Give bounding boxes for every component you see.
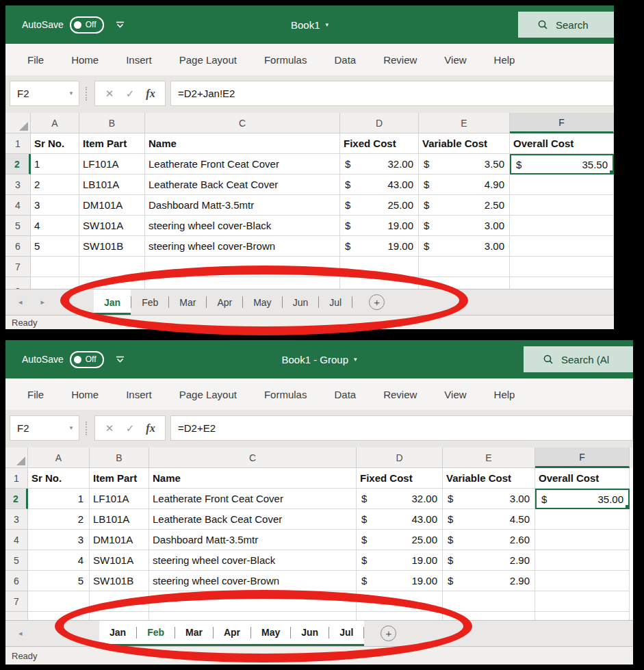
- cell-b1[interactable]: Item Part: [90, 468, 149, 489]
- ribbon-display-options-icon[interactable]: [115, 356, 125, 363]
- ribbon-tab-page-layout[interactable]: Page Layout: [166, 44, 250, 75]
- name-box[interactable]: F2 ▼: [10, 415, 79, 441]
- tab-scroll-left-icon[interactable]: ◂: [18, 629, 23, 638]
- select-all-button[interactable]: [5, 448, 28, 468]
- cell-d6[interactable]: $19.00: [340, 236, 419, 257]
- cell-c3[interactable]: Leatherate Back Ceat Cover: [145, 175, 340, 195]
- ribbon-tab-home[interactable]: Home: [57, 378, 112, 410]
- cell-f4[interactable]: [510, 195, 614, 216]
- cell-a4[interactable]: 3: [31, 195, 79, 216]
- cell-c7[interactable]: [145, 257, 340, 277]
- sheet-tab-jun[interactable]: Jun: [283, 289, 319, 315]
- workbook-title[interactable]: Book1 - Group ▾: [281, 354, 357, 365]
- ribbon-tab-formulas[interactable]: Formulas: [250, 44, 321, 75]
- column-header-c[interactable]: C: [149, 448, 357, 468]
- cancel-icon[interactable]: ✕: [99, 422, 120, 435]
- cell-e6[interactable]: $2.90: [443, 571, 535, 591]
- cell-c4[interactable]: Dashboard Matt-3.5mtr: [149, 530, 357, 550]
- row-header-1[interactable]: 1: [5, 468, 28, 489]
- cell-a6[interactable]: 5: [28, 571, 90, 591]
- cell-b7[interactable]: [90, 591, 149, 612]
- name-box[interactable]: F2 ▼: [10, 81, 79, 106]
- cell-a1[interactable]: Sr No.: [31, 133, 79, 154]
- workbook-title[interactable]: Book1 ▾: [291, 19, 329, 31]
- tab-scroll-right-icon[interactable]: ▸: [41, 298, 45, 307]
- fill-handle[interactable]: [625, 504, 629, 508]
- cell-b2[interactable]: LF101A: [90, 489, 149, 509]
- column-header-e[interactable]: E: [419, 113, 510, 133]
- cell-b4[interactable]: DM101A: [79, 195, 145, 216]
- search-box[interactable]: Search (Al: [524, 346, 633, 372]
- cell-e6[interactable]: $3.00: [419, 236, 510, 257]
- ribbon-tab-insert[interactable]: Insert: [112, 44, 166, 75]
- cell-c6[interactable]: steering wheel cover-Brown: [149, 571, 357, 591]
- cell-b3[interactable]: LB101A: [90, 509, 149, 530]
- sheet-tab-apr[interactable]: Apr: [214, 621, 250, 644]
- row-header-clipped[interactable]: 8: [5, 277, 31, 289]
- cell-f3[interactable]: [535, 509, 630, 530]
- sheet-tab-apr[interactable]: Apr: [207, 289, 242, 315]
- fill-handle[interactable]: [609, 170, 613, 174]
- cell-c3[interactable]: Leatherate Back Ceat Cover: [149, 509, 357, 530]
- cell-d5[interactable]: $19.00: [357, 550, 443, 571]
- sheet-tab-jul[interactable]: Jul: [329, 621, 363, 644]
- column-header-d[interactable]: D: [357, 448, 443, 468]
- cell-d2[interactable]: $32.00: [357, 489, 443, 509]
- cell-d5[interactable]: $19.00: [340, 216, 419, 236]
- ribbon-tab-file[interactable]: File: [14, 378, 57, 410]
- row-header-clipped[interactable]: 8: [5, 612, 28, 620]
- sheet-tab-jun[interactable]: Jun: [291, 621, 329, 644]
- cell-e1[interactable]: Variable Cost: [443, 468, 535, 489]
- cell-d1[interactable]: Fixed Cost: [357, 468, 443, 489]
- cell-e2[interactable]: $3.50: [419, 154, 510, 175]
- sheet-tab-jan[interactable]: Jan: [99, 621, 136, 644]
- cell-b5[interactable]: SW101A: [90, 550, 149, 571]
- ribbon-tab-help[interactable]: Help: [480, 378, 529, 410]
- cell-e2[interactable]: $3.00: [443, 489, 535, 509]
- column-header-b[interactable]: B: [90, 448, 149, 468]
- ribbon-tab-home[interactable]: Home: [57, 44, 112, 75]
- column-header-e[interactable]: E: [443, 448, 535, 468]
- column-header-b[interactable]: B: [79, 113, 145, 133]
- ribbon-tab-help[interactable]: Help: [480, 44, 529, 75]
- row-header-5[interactable]: 5: [5, 550, 28, 571]
- cancel-icon[interactable]: ✕: [99, 88, 120, 100]
- insert-function-icon[interactable]: fx: [140, 422, 161, 435]
- autosave-toggle[interactable]: AutoSave Off: [22, 16, 104, 34]
- cell-f2[interactable]: $35.50: [510, 154, 614, 175]
- cell-b3[interactable]: LB101A: [79, 175, 145, 195]
- cell-c7[interactable]: [149, 591, 357, 612]
- cell-a5[interactable]: 4: [31, 216, 79, 236]
- cell-a7[interactable]: [31, 257, 79, 277]
- row-header-4[interactable]: 4: [5, 530, 28, 550]
- cell-e5[interactable]: $3.00: [419, 216, 510, 236]
- cell-e4[interactable]: $2.50: [419, 195, 510, 216]
- cell-a3[interactable]: 2: [31, 175, 79, 195]
- enter-icon[interactable]: ✓: [120, 422, 140, 435]
- column-header-a[interactable]: A: [28, 448, 90, 468]
- enter-icon[interactable]: ✓: [120, 88, 140, 100]
- search-box[interactable]: Search: [518, 12, 614, 38]
- cell-a2[interactable]: 1: [31, 154, 79, 175]
- cell-c5[interactable]: steering wheel cover-Black: [149, 550, 357, 571]
- cell-b6[interactable]: SW101B: [79, 236, 145, 257]
- cell-d3[interactable]: $43.00: [340, 175, 419, 195]
- row-header-2[interactable]: 2: [5, 489, 28, 509]
- cell-e1[interactable]: Variable Cost: [419, 133, 510, 154]
- ribbon-tab-view[interactable]: View: [430, 378, 480, 410]
- formula-input[interactable]: =D2+E2: [170, 415, 633, 441]
- ribbon-tab-review[interactable]: Review: [370, 44, 430, 75]
- cell-c1[interactable]: Name: [149, 468, 357, 489]
- cell-e5[interactable]: $2.90: [443, 550, 535, 571]
- cell-a1[interactable]: Sr No.: [28, 468, 90, 489]
- cell-d1[interactable]: Fixed Cost: [340, 133, 419, 154]
- cell-f7[interactable]: [510, 257, 614, 277]
- cell-c6[interactable]: steering wheel cover-Brown: [145, 236, 340, 257]
- column-header-f[interactable]: F: [510, 113, 614, 133]
- cell-e4[interactable]: $2.60: [443, 530, 535, 550]
- cell-a5[interactable]: 4: [28, 550, 90, 571]
- cell-f7[interactable]: [535, 591, 630, 612]
- cell-a2[interactable]: 1: [28, 489, 90, 509]
- row-header-3[interactable]: 3: [5, 175, 31, 195]
- cell-d4[interactable]: $25.00: [340, 195, 419, 216]
